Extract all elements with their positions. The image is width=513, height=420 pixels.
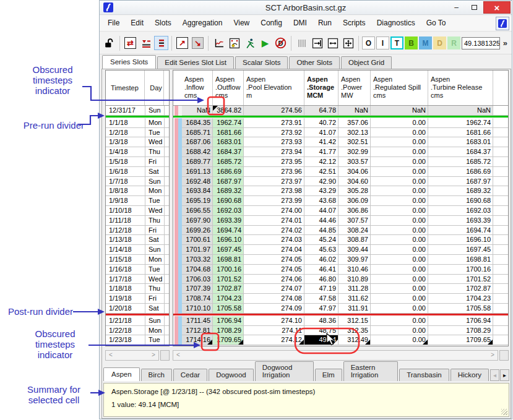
value-cell[interactable]: 1709.65 [428, 335, 493, 345]
scrollbar-track-area[interactable] [116, 351, 149, 360]
value-cell[interactable]: 0.00 [371, 167, 428, 177]
selected-value-cell[interactable]: 49.14 [304, 335, 338, 345]
value-cell[interactable]: 308.87 [338, 235, 371, 245]
value-cell[interactable]: 307.57 [338, 216, 371, 226]
value-cell[interactable]: 1707.39 [182, 284, 213, 294]
value-cell[interactable]: 42.90 [304, 177, 338, 187]
flag-o-button[interactable]: O [362, 36, 375, 49]
value-cell[interactable]: 1697.90 [182, 216, 213, 226]
value-cell[interactable]: 1683.01 [213, 137, 244, 147]
scroll-left-arrow[interactable]: < [106, 351, 116, 360]
day-cell[interactable]: Mon [145, 118, 165, 128]
timestep-cell[interactable]: 1/4/18 [106, 147, 145, 157]
day-cell[interactable]: Fri [145, 157, 165, 167]
column-header-power[interactable]: Aspen.PowerMW [338, 71, 371, 105]
value-cell[interactable]: 273.96 [244, 167, 304, 177]
value-cell[interactable]: 64.78 [304, 106, 338, 116]
value-cell[interactable]: 1714.16 [182, 335, 213, 345]
value-cell[interactable]: 1701.52 [428, 275, 493, 285]
value-cell[interactable]: 0.00 [371, 147, 428, 157]
timestep-cell[interactable]: 1/2/18 [106, 128, 145, 138]
value-cell[interactable]: 1962.74 [428, 118, 493, 128]
scroll-right-arrow[interactable]: > [488, 351, 498, 360]
day-cell[interactable]: Sat [145, 304, 165, 314]
object-tab-cedar[interactable]: Cedar [173, 369, 207, 381]
value-cell[interactable]: 304.60 [338, 177, 371, 187]
value-cell[interactable]: 46.02 [304, 255, 338, 265]
day-cell[interactable]: Wed [145, 137, 165, 147]
value-cell[interactable]: 274.03 [244, 235, 304, 245]
tab-series-slots[interactable]: Series Slots [102, 55, 156, 69]
value-cell[interactable]: 1698.81 [213, 255, 244, 265]
day-cell[interactable]: Tue [145, 128, 165, 138]
day-cell[interactable]: Sun [145, 177, 165, 187]
value-cell[interactable]: 274.12 [244, 335, 304, 345]
value-cell[interactable]: 1684.37 [428, 147, 493, 157]
value-cell[interactable]: 40.72 [304, 118, 338, 128]
value-cell[interactable]: 0.00 [371, 177, 428, 187]
day-cell[interactable]: Sun [145, 245, 165, 255]
day-cell[interactable]: Fri [145, 226, 165, 236]
value-cell[interactable]: 1688.42 [182, 147, 213, 157]
day-cell[interactable]: Sat [145, 235, 165, 245]
value-cell[interactable]: 45.24 [304, 235, 338, 245]
value-cell[interactable]: 306.86 [338, 206, 371, 216]
timestep-cell[interactable]: 12/31/17 [106, 106, 145, 116]
value-cell[interactable]: 1704.23 [213, 294, 244, 304]
value-cell[interactable]: 43.68 [304, 196, 338, 206]
tab-other-slots[interactable]: Other Slots [289, 56, 340, 69]
value-cell[interactable]: 274.02 [244, 226, 304, 236]
scrollbar-track[interactable]: < > [105, 350, 159, 361]
column-header-regulatedspill[interactable]: Aspen.Regulated Spillcms [371, 71, 428, 105]
value-cell[interactable]: 0.00 [371, 275, 428, 285]
value-cell[interactable]: 1693.84 [182, 186, 213, 196]
value-cell[interactable]: 1686.69 [213, 167, 244, 177]
tab-scalar-slots[interactable]: Scalar Slots [235, 56, 288, 69]
menu-scripts[interactable]: Scripts [337, 15, 371, 31]
value-cell[interactable]: 0.00 [371, 196, 428, 206]
day-cell[interactable]: Tue [145, 265, 165, 275]
day-cell[interactable]: Mon [145, 326, 165, 336]
value-cell[interactable]: 274.07 [244, 284, 304, 294]
value-cell[interactable]: 1681.66 [213, 128, 244, 138]
column-header-outflow[interactable]: Aspen.Outflowcms [213, 71, 244, 105]
day-cell[interactable]: Sat [145, 167, 165, 177]
value-cell[interactable]: 1696.55 [182, 206, 213, 216]
value-cell[interactable]: 44.07 [304, 206, 338, 216]
flag-r-button[interactable]: R [447, 36, 460, 49]
day-cell[interactable]: Thu [145, 216, 165, 226]
value-cell[interactable]: 1685.72 [428, 157, 493, 167]
value-cell[interactable]: 1705.58 [213, 304, 244, 314]
title-bar[interactable]: SCT ArborBasin.sct.gz – × [100, 1, 512, 15]
timestep-cell[interactable]: 1/6/18 [106, 167, 145, 177]
timestep-cell[interactable]: 1/22/18 [106, 326, 145, 336]
value-cell[interactable]: NaN [428, 106, 493, 116]
value-cell[interactable]: 1706.94 [428, 316, 493, 326]
value-cell[interactable]: 1689.77 [182, 157, 213, 167]
value-cell[interactable]: 1699.26 [182, 226, 213, 236]
menu-dmi[interactable]: DMI [288, 15, 313, 31]
start-run-button[interactable]: ▶ [258, 36, 272, 50]
value-cell[interactable]: 0.00 [371, 326, 428, 336]
value-cell[interactable]: 1696.10 [213, 235, 244, 245]
value-cell[interactable]: 274.00 [244, 206, 304, 216]
value-cell[interactable]: 0.00 [371, 216, 428, 226]
value-cell[interactable]: 306.09 [338, 196, 371, 206]
value-cell[interactable]: 274.11 [244, 326, 304, 336]
value-cell[interactable]: 1684.35 [182, 118, 213, 128]
value-cell[interactable]: 305.28 [338, 186, 371, 196]
timestep-cell[interactable]: 1/7/18 [106, 177, 145, 187]
value-cell[interactable]: 0.00 [371, 186, 428, 196]
value-cell[interactable]: 0.00 [371, 255, 428, 265]
flag-t-button[interactable]: T [390, 36, 403, 49]
value-cell[interactable]: 0.00 [371, 245, 428, 255]
value-cell[interactable]: 48.36 [304, 316, 338, 326]
timestep-cell[interactable]: 1/13/18 [106, 235, 145, 245]
minimize-button[interactable]: – [447, 1, 465, 14]
value-cell[interactable]: 303.57 [338, 157, 371, 167]
value-cell[interactable]: 1697.45 [428, 245, 493, 255]
timestep-cell[interactable]: 1/23/18 [106, 335, 145, 345]
day-cell[interactable]: Mon [145, 255, 165, 265]
value-cell[interactable]: 1684.37 [213, 147, 244, 157]
value-cell[interactable]: 1689.32 [428, 186, 493, 196]
